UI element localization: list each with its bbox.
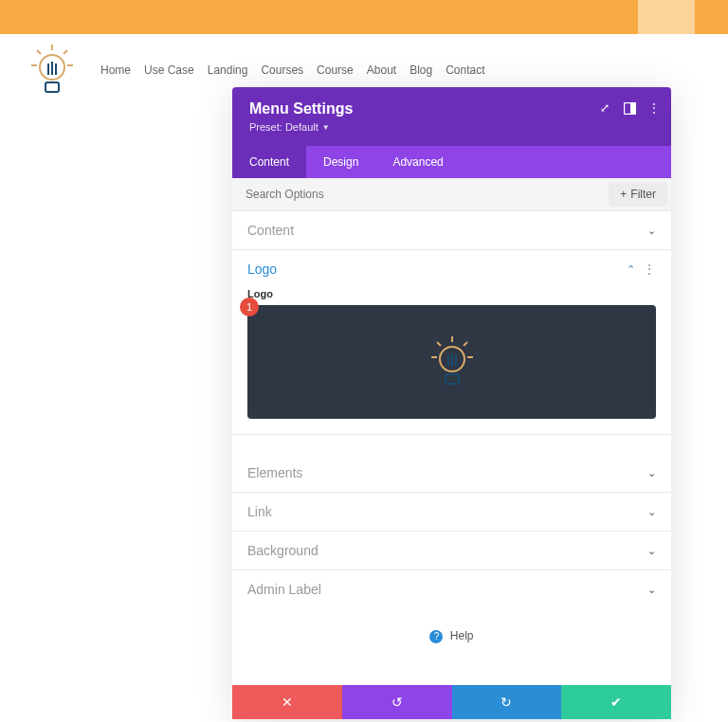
modal-title: Menu Settings	[249, 100, 654, 117]
section-elements-title: Elements	[247, 465, 302, 480]
section-link-header[interactable]: Link ⌄	[232, 493, 671, 531]
help-link[interactable]: ? Help	[232, 608, 671, 685]
lightbulb-icon	[425, 334, 480, 389]
section-admin-label-header[interactable]: Admin Label ⌄	[232, 570, 671, 608]
nav-blog[interactable]: Blog	[410, 63, 432, 77]
tab-advanced[interactable]: Advanced	[375, 146, 460, 178]
top-banner	[0, 0, 728, 34]
plus-icon: +	[620, 188, 627, 201]
undo-button[interactable]: ↺	[342, 685, 452, 719]
section-background-title: Background	[247, 543, 318, 558]
svg-rect-11	[630, 102, 636, 114]
nav-home[interactable]: Home	[100, 63, 131, 77]
filter-label: Filter	[630, 188, 656, 201]
nav-course[interactable]: Course	[317, 63, 354, 77]
more-menu-icon[interactable]: ⋮	[646, 100, 662, 116]
chevron-down-icon: ⌄	[647, 467, 656, 479]
main-nav: Home Use Case Landing Courses Course Abo…	[100, 63, 485, 77]
preset-label: Preset: Default	[249, 121, 318, 133]
search-input[interactable]	[232, 178, 539, 210]
modal-header: Menu Settings Preset: Default ▼ ⤢ ⋮	[232, 87, 671, 146]
section-link-title: Link	[247, 504, 272, 519]
preset-selector[interactable]: Preset: Default ▼	[249, 121, 330, 133]
section-logo-header[interactable]: Logo ⌃ ⋮	[232, 250, 671, 288]
nav-about[interactable]: About	[367, 63, 396, 77]
nav-courses[interactable]: Courses	[261, 63, 303, 77]
help-label: Help	[450, 629, 474, 642]
tab-content[interactable]: Content	[232, 146, 306, 178]
svg-line-14	[464, 342, 467, 346]
section-elements: Elements ⌄	[232, 454, 671, 493]
cancel-button[interactable]: ✕	[232, 685, 342, 719]
section-link: Link ⌄	[232, 493, 671, 532]
tab-design[interactable]: Design	[306, 146, 375, 178]
chevron-down-icon: ⌄	[647, 225, 656, 237]
filter-button[interactable]: + Filter	[609, 182, 667, 207]
lightbulb-icon	[27, 43, 77, 98]
caret-down-icon: ▼	[322, 123, 330, 132]
svg-rect-9	[46, 82, 59, 92]
section-elements-header[interactable]: Elements ⌄	[232, 454, 671, 492]
redo-icon: ↻	[500, 695, 512, 710]
logo-field-label: Logo	[247, 288, 656, 299]
undo-icon: ↺	[391, 695, 403, 710]
panel-toggle-icon[interactable]	[622, 100, 637, 116]
section-logo: Logo ⌃ ⋮ Logo 1	[232, 250, 671, 435]
nav-contact[interactable]: Contact	[446, 63, 484, 77]
section-content: Content ⌄	[232, 211, 671, 250]
close-icon: ✕	[282, 695, 293, 710]
section-admin-label: Admin Label ⌄	[232, 570, 671, 608]
logo-upload-slot[interactable]: 1	[247, 305, 656, 419]
site-logo[interactable]	[27, 42, 78, 99]
section-background: Background ⌄	[232, 532, 671, 570]
section-content-title: Content	[247, 223, 294, 238]
svg-line-2	[64, 50, 67, 54]
redo-button[interactable]: ↻	[452, 685, 562, 719]
search-bar: + Filter	[232, 178, 671, 211]
save-button[interactable]: ✔	[561, 685, 671, 719]
chevron-down-icon: ⌄	[647, 545, 656, 557]
settings-tabs: Content Design Advanced	[232, 146, 671, 178]
section-admin-label-title: Admin Label	[247, 582, 321, 597]
nav-use-case[interactable]: Use Case	[144, 63, 194, 77]
section-more-icon[interactable]: ⋮	[643, 262, 656, 277]
check-icon: ✔	[610, 695, 622, 710]
modal-footer: ✕ ↺ ↻ ✔	[232, 685, 671, 719]
expand-icon[interactable]: ⤢	[597, 100, 612, 116]
section-logo-title: Logo	[247, 262, 277, 277]
section-background-header[interactable]: Background ⌄	[232, 532, 671, 569]
step-badge: 1	[240, 298, 259, 316]
svg-line-1	[37, 50, 41, 54]
svg-rect-21	[446, 374, 459, 384]
section-content-header[interactable]: Content ⌄	[232, 211, 671, 249]
menu-settings-modal: Menu Settings Preset: Default ▼ ⤢ ⋮ Cont…	[232, 87, 671, 719]
help-icon: ?	[429, 630, 443, 643]
chevron-down-icon: ⌄	[647, 506, 656, 518]
chevron-up-icon: ⌃	[627, 263, 635, 276]
top-banner-accent	[638, 0, 695, 34]
chevron-down-icon: ⌄	[647, 584, 656, 596]
svg-line-13	[437, 342, 441, 346]
nav-landing[interactable]: Landing	[208, 63, 248, 77]
